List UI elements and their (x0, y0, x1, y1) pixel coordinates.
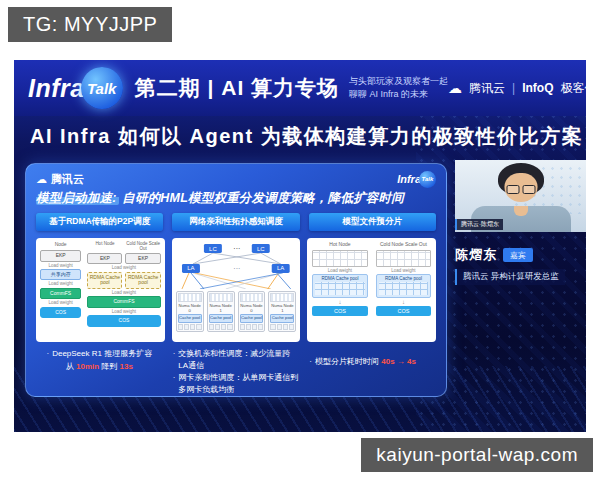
infratalk-logo-text: Infra (28, 74, 85, 103)
bullet-deepseek-line2: 从 10min 降到 13s (36, 361, 163, 373)
topology-graph: LC LC LA LA ··· ··· (176, 242, 297, 289)
presentation-slide: ☁ 腾讯云 Infra Talk 模型启动加速: 自研的HML模型权重分发调度策… (25, 163, 447, 397)
speaker-neck (514, 206, 528, 216)
speaker-glasses (506, 185, 535, 194)
bullet-text: 降到 (99, 362, 119, 371)
tagline-line1: 与头部玩家及观察者一起 (349, 75, 448, 88)
load-weight-label: Load weight (376, 268, 432, 273)
webcam-caption: 腾讯云·陈熠东 (455, 219, 503, 230)
bullet-text: 模型分片耗时时间 (315, 357, 381, 366)
cache-pool-box: Cache pool (209, 314, 233, 323)
cold-node-label: Cold Node Scale Out (376, 242, 432, 249)
infoq-brand: InfoQ (522, 81, 553, 95)
telegram-tag-label: TG: MYYJJPP (8, 7, 172, 42)
ekp-box: EKP (87, 253, 122, 265)
rack-slots (240, 293, 264, 302)
shard-grid (376, 250, 432, 267)
bullet-sharding: · 模型分片耗时时间 40s → 4s (309, 348, 436, 396)
load-weight-label: Load weight (87, 290, 160, 295)
cold-node-label: Cold Node Scale Out (125, 242, 160, 252)
cloud-icon: ☁ (36, 173, 47, 186)
server-rack: Numa Node 0 Cache pool (176, 291, 204, 332)
load-weight-label: Load weight (40, 263, 81, 268)
tab-rdma-p2p: 基于RDMA传输的P2P调度 (36, 213, 163, 231)
talk-title: AI Infra 如何以 Agent 为载体构建算力的极致性价比方案 (30, 123, 570, 150)
node-label: Node (40, 242, 81, 249)
server-rack: Numa Node 0 Cache pool (238, 291, 266, 332)
rdma-cache-area: RDMA Cache pool (376, 274, 432, 298)
cache-pool-box: Cache pool (178, 314, 202, 323)
speaker-name: 陈熠东 (455, 246, 497, 264)
numa-node-label: Numa Node 0 (240, 303, 264, 313)
infratalk-logo-circle: Talk (81, 67, 123, 109)
ellipsis-label: ··· (233, 245, 240, 252)
arrow-down-icon: ↓ (312, 299, 368, 305)
guest-badge: 嘉宾 (503, 248, 533, 262)
speaker-job-title: 腾讯云 异构计算研发总监 (455, 269, 565, 285)
brand-logos: ☁ 腾讯云 | InfoQ 极客传媒 (448, 80, 586, 97)
arrow-down-icon: ↓ (376, 299, 432, 305)
slide-logo-infra: Infra (397, 173, 421, 185)
numa-node-label: Numa Node 0 (178, 303, 202, 313)
rack-slots (270, 293, 294, 302)
numa-node-label: Numa Node 1 (209, 303, 233, 313)
tab-model-presharding: 模型文件预分片 (309, 213, 436, 231)
gpu-row (209, 324, 233, 330)
rdma-cache-label: RDMA Cache pool (385, 276, 422, 281)
bullet-switch-affinity: 交换机亲和性调度：减少流量跨LA通信 (178, 348, 299, 372)
shared-memory-box: 共享内存 (40, 269, 81, 281)
server-rack: Numa Node 1 Cache pool (207, 291, 235, 332)
shard-grid (312, 250, 368, 267)
rack-slots (209, 293, 233, 302)
slide-heading-rest: 自研的HML模型权重分发调度策略，降低扩容时间 (119, 191, 404, 205)
slide-heading-em: 模型启动加速: (36, 191, 119, 205)
la-switch-label: LA (187, 265, 194, 271)
stream-header: Infra Talk 第二期 | AI 算力专场 与头部玩家及观察者一起 聊聊 … (14, 60, 586, 116)
rdma-cache-label: RDMA Cache pool (321, 276, 358, 281)
slide-infratalk-logo: Infra Talk (397, 171, 436, 188)
server-rack: Numa Node 1 Cache pool (268, 291, 296, 332)
hot-node-label: Hot Node (87, 242, 122, 252)
rdma-cache-box: RDMA Cache pool (87, 272, 122, 289)
highlight-before-value: 10min (76, 362, 99, 371)
rdma-cache-box: RDMA Cache pool (125, 272, 160, 289)
gpu-row (240, 324, 264, 330)
watermark-url-label: kaiyun-portal-wap.com (361, 438, 593, 472)
load-weight-label: Load weight (40, 281, 81, 286)
cache-shard-grid (315, 282, 365, 295)
bullet-dot: · (173, 348, 176, 360)
bullet-affinity: · 交换机亲和性调度：减少流量跨LA通信 · 网卡亲和性调度：从单网卡通信到多网… (173, 348, 300, 396)
bullet-text: 从 (66, 362, 76, 371)
slide-logo-talk: Talk (419, 171, 436, 188)
cache-pool-box: Cache pool (270, 314, 294, 323)
slide-heading: 模型启动加速: 自研的HML模型权重分发调度策略，降低扩容时间 (36, 190, 436, 207)
lc-switch-label: LC (209, 246, 217, 252)
lc-switch-label: LC (257, 246, 265, 252)
cos-box: COS (40, 307, 81, 319)
diagram-panel-topology: LC LC LA LA ··· ··· Numa Node 0 Cache po… (172, 238, 301, 342)
ekp-box: EKP (40, 250, 81, 262)
diagram-panel-rdma: Node EKP Load weight 共享内存 Load weight Co… (36, 238, 165, 342)
load-weight-label: Load weight (87, 309, 160, 314)
speaker-webcam[interactable]: 腾讯云·陈熠东 (455, 160, 586, 232)
bullet-shard-time: 模型分片耗时时间 40s → 4s (315, 356, 416, 368)
bullet-dot: · (46, 348, 49, 360)
commfs-box: CommFS (40, 288, 81, 300)
bullet-dot: · (173, 372, 176, 384)
tencent-cloud-brand: 腾讯云 (469, 80, 505, 97)
rack-slots (178, 293, 202, 302)
episode-title: 第二期 | AI 算力专场 (135, 74, 339, 102)
tagline-line2: 聊聊 AI Infra 的未来 (349, 88, 448, 101)
bullet-nic-affinity: 网卡亲和性调度：从单网卡通信到多网卡负载均衡 (178, 372, 299, 396)
commfs-box: CommFS (87, 296, 160, 308)
load-weight-label: Load weight (312, 268, 368, 273)
slide-brand-label: 腾讯云 (51, 172, 84, 187)
ekp-box: EKP (125, 253, 160, 265)
gpu-row (270, 324, 294, 330)
brand-separator: | (512, 81, 515, 95)
hot-node-label: Hot Node (312, 242, 368, 249)
bullet-deepseek: · DeepSeek R1 推理服务扩容 从 10min 降到 13s (36, 348, 163, 396)
video-frame[interactable]: Infra Talk 第二期 | AI 算力专场 与头部玩家及观察者一起 聊聊 … (14, 60, 586, 432)
cache-shard-grid (379, 282, 429, 295)
header-tagline: 与头部玩家及观察者一起 聊聊 AI Infra 的未来 (349, 75, 448, 100)
